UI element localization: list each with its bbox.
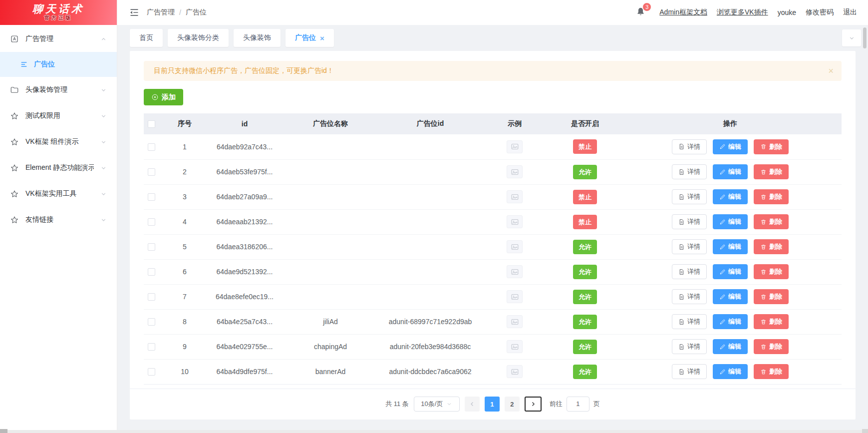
sidebar-item-2[interactable]: 测试权限用 xyxy=(0,103,117,129)
sample-image-thumbnail[interactable] xyxy=(507,265,523,278)
detail-button[interactable]: 详情 xyxy=(672,214,707,229)
sample-image-thumbnail[interactable] xyxy=(507,340,523,353)
goto-page-input[interactable]: 1 xyxy=(567,397,589,412)
pencil-icon xyxy=(719,194,726,200)
detail-button[interactable]: 详情 xyxy=(672,164,707,179)
edit-button[interactable]: 编辑 xyxy=(713,239,748,254)
sample-image-thumbnail[interactable] xyxy=(507,215,523,228)
edit-button[interactable]: 编辑 xyxy=(713,314,748,329)
pagination-page-2[interactable]: 2 xyxy=(505,397,520,412)
detail-button[interactable]: 详情 xyxy=(672,339,707,354)
topbar-link-3[interactable]: 修改密码 xyxy=(806,8,834,17)
row-checkbox[interactable] xyxy=(148,343,155,351)
delete-button[interactable]: 删除 xyxy=(754,314,789,329)
topbar-link-2[interactable]: youke xyxy=(778,8,796,16)
sample-image-thumbnail[interactable] xyxy=(507,190,523,203)
sidebar-item-5[interactable]: VK框架实用工具 xyxy=(0,181,117,207)
pagination-page-1[interactable]: 1 xyxy=(485,397,500,412)
delete-button[interactable]: 删除 xyxy=(754,264,789,279)
horizontal-scrollbar-track[interactable] xyxy=(0,430,868,433)
row-checkbox[interactable] xyxy=(148,318,155,326)
row-checkbox[interactable] xyxy=(148,268,155,276)
tab-close-icon[interactable]: × xyxy=(320,34,324,42)
edit-button[interactable]: 编辑 xyxy=(713,164,748,179)
edit-button[interactable]: 编辑 xyxy=(713,364,748,379)
detail-button[interactable]: 详情 xyxy=(672,314,707,329)
sidebar-subitem-广告位[interactable]: 广告位 xyxy=(0,52,117,77)
vertical-scrollbar-thumb[interactable] xyxy=(863,27,867,48)
notification-bell-icon[interactable]: 3 xyxy=(635,6,646,18)
delete-button[interactable]: 删除 xyxy=(754,364,789,379)
edit-button[interactable]: 编辑 xyxy=(713,289,748,304)
sidebar-item-label: VK框架 组件演示 xyxy=(25,137,94,146)
breadcrumb-item[interactable]: 广告管理 xyxy=(147,8,175,17)
row-checkbox[interactable] xyxy=(148,193,155,201)
sidebar-item-0[interactable]: 广告管理 xyxy=(0,26,117,52)
sidebar-item-6[interactable]: 友情链接 xyxy=(0,207,117,233)
sample-image-thumbnail[interactable] xyxy=(507,140,523,153)
detail-button[interactable]: 详情 xyxy=(672,189,707,204)
sidebar-item-label: VK框架实用工具 xyxy=(25,189,94,198)
edit-button[interactable]: 编辑 xyxy=(713,339,748,354)
sample-image-thumbnail[interactable] xyxy=(507,165,523,178)
row-checkbox[interactable] xyxy=(148,143,155,151)
add-button[interactable]: 添加 xyxy=(144,89,183,105)
delete-button[interactable]: 删除 xyxy=(754,164,789,179)
tab-label: 首页 xyxy=(139,33,153,42)
sample-image-thumbnail[interactable] xyxy=(507,240,523,253)
tab-广告位[interactable]: 广告位× xyxy=(286,29,334,47)
row-checkbox[interactable] xyxy=(148,293,155,301)
delete-button[interactable]: 删除 xyxy=(754,289,789,304)
page-size-select[interactable]: 10条/页 xyxy=(414,397,460,412)
tab-头像装饰[interactable]: 头像装饰 xyxy=(234,29,281,47)
sidebar-item-3[interactable]: VK框架 组件演示 xyxy=(0,129,117,155)
edit-button[interactable]: 编辑 xyxy=(713,139,748,154)
chevron-down-icon xyxy=(100,87,107,93)
topbar-link-4[interactable]: 退出 xyxy=(843,8,857,17)
detail-button[interactable]: 详情 xyxy=(672,289,707,304)
sample-image-thumbnail[interactable] xyxy=(507,290,523,303)
pagination-next-button[interactable] xyxy=(525,397,542,412)
topbar-link-1[interactable]: 浏览更多VK插件 xyxy=(717,8,768,17)
detail-button[interactable]: 详情 xyxy=(672,139,707,154)
edit-button[interactable]: 编辑 xyxy=(713,214,748,229)
detail-button[interactable]: 详情 xyxy=(672,239,707,254)
sidebar-item-label: 头像装饰管理 xyxy=(25,85,94,94)
edit-button[interactable]: 编辑 xyxy=(713,189,748,204)
sidebar-collapse-icon[interactable] xyxy=(129,7,139,17)
row-actions: 详情编辑删除 xyxy=(619,364,842,379)
row-checkbox[interactable] xyxy=(148,168,155,176)
tabs-dropdown-button[interactable] xyxy=(842,29,861,46)
row-checkbox[interactable] xyxy=(148,368,155,376)
table-row: 564daea3186206...允许详情编辑删除 xyxy=(144,234,842,259)
image-placeholder-icon xyxy=(511,142,519,151)
detail-button[interactable]: 详情 xyxy=(672,364,707,379)
sidebar-item-1[interactable]: 头像装饰管理 xyxy=(0,77,117,103)
delete-button[interactable]: 删除 xyxy=(754,139,789,154)
delete-button[interactable]: 删除 xyxy=(754,189,789,204)
status-badge: 允许 xyxy=(573,365,597,379)
sample-image-thumbnail[interactable] xyxy=(507,315,523,328)
cell-name xyxy=(279,209,382,234)
detail-button[interactable]: 详情 xyxy=(672,264,707,279)
row-checkbox[interactable] xyxy=(148,218,155,226)
trash-icon xyxy=(760,219,767,225)
row-checkbox[interactable] xyxy=(148,243,155,251)
select-all-checkbox[interactable] xyxy=(148,120,155,128)
pagination-prev-button[interactable] xyxy=(465,397,480,412)
delete-button[interactable]: 删除 xyxy=(754,239,789,254)
table-row: 864ba4e25a7c43...jiliAdadunit-68997c71e9… xyxy=(144,309,842,334)
sample-image-thumbnail[interactable] xyxy=(507,365,523,378)
topbar-link-0[interactable]: Admin框架文档 xyxy=(659,8,707,17)
doc-icon xyxy=(678,143,685,150)
delete-button[interactable]: 删除 xyxy=(754,214,789,229)
alert-close-icon[interactable]: × xyxy=(828,66,834,75)
tab-首页[interactable]: 首页 xyxy=(130,29,163,47)
edit-button[interactable]: 编辑 xyxy=(713,264,748,279)
delete-button[interactable]: 删除 xyxy=(754,339,789,354)
image-placeholder-icon xyxy=(511,368,519,376)
star-icon xyxy=(10,189,19,198)
tab-头像装饰分类[interactable]: 头像装饰分类 xyxy=(168,29,229,47)
sidebar-item-4[interactable]: Element 静态功能演示 xyxy=(0,155,117,181)
cell-adunit-id: adunit-ddcbdec7a6ca9062 xyxy=(382,359,478,384)
